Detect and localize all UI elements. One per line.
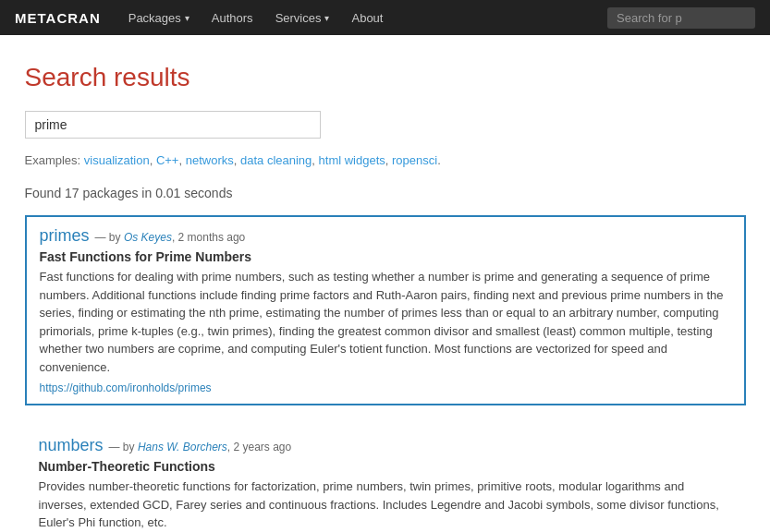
nav-about-label: About (351, 11, 383, 25)
package-age-numbers: 2 years ago (233, 441, 291, 453)
package-header-numbers: numbers — by Hans W. Borchers, 2 years a… (39, 436, 732, 455)
example-ropensci[interactable]: ropensci (392, 153, 437, 167)
package-header: primes — by Os Keyes, 2 months ago (40, 226, 731, 246)
search-input[interactable] (25, 111, 321, 139)
nav-packages[interactable]: Packages ▾ (119, 4, 199, 32)
package-author-numbers[interactable]: Hans W. Borchers (138, 441, 227, 453)
package-author-primes[interactable]: Os Keyes (124, 231, 172, 244)
brand: METACRAN (15, 10, 101, 26)
examples-prefix: Examples: (25, 153, 81, 167)
nav-authors[interactable]: Authors (202, 4, 263, 32)
examples-line: Examples: visualization, C++, networks, … (25, 153, 746, 167)
search-box-container (25, 111, 746, 139)
package-result-numbers: numbers — by Hans W. Borchers, 2 years a… (25, 426, 746, 532)
results-summary: Found 17 packages in 0.01 seconds (25, 186, 746, 200)
by-label-1: — by (109, 441, 135, 453)
example-visualization[interactable]: visualization (84, 153, 150, 167)
package-desc-primes: Fast functions for dealing with prime nu… (40, 268, 731, 376)
nav-authors-label: Authors (212, 11, 253, 25)
chevron-down-icon: ▾ (185, 13, 189, 23)
nav-packages-label: Packages (128, 11, 181, 25)
by-label-0: — by (95, 231, 121, 244)
package-url-primes[interactable]: https://github.com/ironholds/primes (40, 381, 212, 394)
example-html-widgets[interactable]: html widgets (319, 153, 385, 167)
example-data-cleaning[interactable]: data cleaning (240, 153, 312, 167)
package-meta-primes: — by Os Keyes, 2 months ago (95, 231, 246, 244)
package-meta-numbers: — by Hans W. Borchers, 2 years ago (109, 441, 292, 453)
nav-about[interactable]: About (342, 4, 392, 32)
package-title-numbers: Number-Theoretic Functions (39, 459, 732, 474)
nav-services-label: Services (275, 11, 322, 25)
nav-services[interactable]: Services ▾ (266, 4, 339, 32)
package-name-numbers[interactable]: numbers (39, 436, 104, 455)
nav-search-container (607, 7, 755, 29)
nav-items: Packages ▾ Authors Services ▾ About (119, 4, 607, 32)
example-cpp[interactable]: C++ (156, 153, 179, 167)
package-desc-numbers: Provides number-theoretic functions for … (39, 478, 732, 532)
nav-search-input[interactable] (607, 7, 755, 29)
package-age-primes: 2 months ago (178, 231, 246, 244)
navbar: METACRAN Packages ▾ Authors Services ▾ A… (0, 0, 770, 35)
package-result-primes: primes — by Os Keyes, 2 months ago Fast … (25, 215, 746, 405)
package-title-primes: Fast Functions for Prime Numbers (40, 249, 731, 264)
package-name-primes[interactable]: primes (40, 226, 90, 246)
page-title: Search results (25, 63, 746, 92)
main-content: Search results Examples: visualization, … (6, 35, 764, 532)
chevron-down-icon-2: ▾ (324, 13, 329, 23)
example-networks[interactable]: networks (186, 153, 234, 167)
